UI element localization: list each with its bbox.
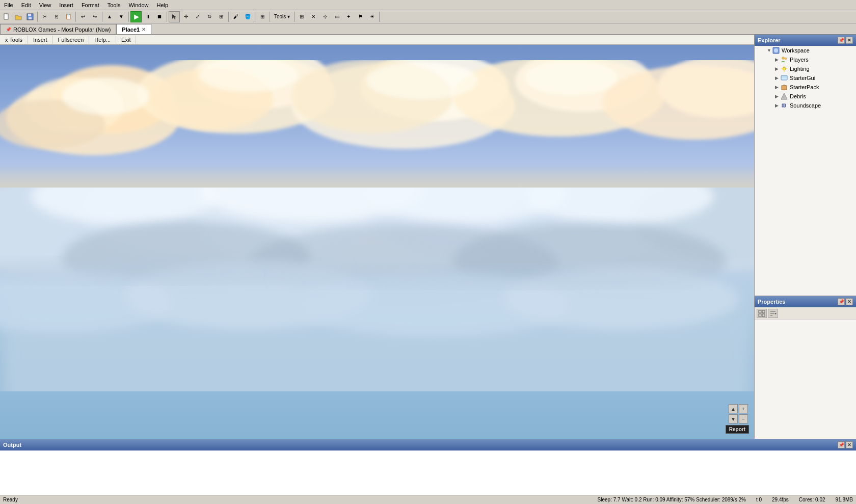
save-button[interactable] <box>24 11 36 22</box>
starterpack-label: StarterPack <box>790 84 819 90</box>
output-pin-btn[interactable]: 📌 <box>838 441 845 448</box>
sep2 <box>75 12 76 22</box>
status-fps: 29.4fps <box>772 497 789 502</box>
move-tool[interactable]: ✛ <box>180 11 192 22</box>
menu-insert[interactable]: Insert <box>55 1 77 9</box>
output-close-btn[interactable]: ✕ <box>846 441 853 448</box>
svg-rect-54 <box>782 86 787 90</box>
canvas-area[interactable]: Report ▲ + ▼ − <box>0 45 754 439</box>
tab-place1[interactable]: Place1 ✕ <box>116 24 151 34</box>
pause-button[interactable]: ⏸ <box>142 11 153 22</box>
status-cores: Cores: 0.02 <box>799 497 825 502</box>
status-stats: Sleep: 7.7 Wait: 0.2 Run: 0.09 Affinity:… <box>598 497 746 502</box>
box-button[interactable]: ▭ <box>331 11 342 22</box>
explorer-header-btns: 📌 ✕ <box>838 37 853 44</box>
soundscape-label: Soundscape <box>790 102 821 109</box>
scale-tool[interactable]: ⤢ <box>192 11 203 22</box>
explorer-close-btn[interactable]: ✕ <box>846 37 853 44</box>
snap-tool[interactable]: ⊞ <box>257 11 268 22</box>
explorer-panel: Explorer 📌 ✕ ▼ Workspace ▶ <box>755 35 856 296</box>
tools-dropdown[interactable]: Tools ▾ <box>272 11 292 22</box>
nav-up-button[interactable]: ▲ <box>729 404 738 413</box>
sep5 <box>167 12 167 22</box>
game-fullscreen-item[interactable]: Fullscreen <box>53 36 90 44</box>
tab-roblox-games[interactable]: 📌 ROBLOX Games - Most Popular (Now) <box>0 24 116 34</box>
nav-zoom-out-button[interactable]: − <box>739 414 748 423</box>
prop-sort-btn[interactable] <box>768 309 778 318</box>
open-button[interactable] <box>13 11 24 22</box>
menu-tools[interactable]: Tools <box>103 1 125 9</box>
players-icon <box>780 56 788 64</box>
new-button[interactable] <box>1 11 12 22</box>
undo-button[interactable]: ↩ <box>77 11 89 22</box>
explorer-item-players[interactable]: ▶ Players <box>755 55 856 64</box>
nav-down-button[interactable]: ▼ <box>729 414 738 423</box>
cut-button[interactable]: ✂ <box>39 11 50 22</box>
menu-view[interactable]: View <box>35 1 56 9</box>
game-help-item[interactable]: Help... <box>89 36 116 44</box>
transform-tool[interactable]: ⊞ <box>216 11 227 22</box>
game-exit-item[interactable]: Exit <box>116 36 136 44</box>
tab-roblox-games-label: ROBLOX Games - Most Popular (Now) <box>13 26 111 33</box>
lighting-icon <box>780 65 788 73</box>
players-label: Players <box>790 57 809 63</box>
menu-edit[interactable]: Edit <box>17 1 35 9</box>
play-button[interactable]: ▶ <box>130 11 142 22</box>
sep1 <box>37 12 38 22</box>
svg-rect-60 <box>759 314 761 316</box>
rotate-tool[interactable]: ↻ <box>204 11 215 22</box>
game-insert-item[interactable]: Insert <box>28 36 53 44</box>
nav-row-down: ▼ − <box>729 414 748 423</box>
soundscape-expand-icon: ▶ <box>775 103 779 108</box>
properties-toolbar <box>755 307 856 320</box>
explorer-item-lighting[interactable]: ▶ Lighting <box>755 64 856 73</box>
lighting-expand-icon: ▶ <box>775 66 779 71</box>
menu-window[interactable]: Window <box>124 1 152 9</box>
explorer-title: Explorer <box>758 37 781 43</box>
flag-button[interactable]: ⚑ <box>355 11 366 22</box>
axes-button[interactable]: ⊹ <box>319 11 331 22</box>
menu-format[interactable]: Format <box>77 1 103 9</box>
statusbar: Ready Sleep: 7.7 Wait: 0.2 Run: 0.09 Aff… <box>0 495 856 504</box>
tabbar: 📌 ROBLOX Games - Most Popular (Now) Plac… <box>0 23 856 35</box>
redo-button[interactable]: ↪ <box>89 11 100 22</box>
grid-button[interactable]: ⊞ <box>296 11 307 22</box>
sun-button[interactable]: ☀ <box>366 11 378 22</box>
properties-close-btn[interactable]: ✕ <box>846 298 853 305</box>
select-tool[interactable] <box>169 11 180 22</box>
menu-file[interactable]: File <box>0 1 17 9</box>
stop-button[interactable]: ⏹ <box>154 11 165 22</box>
explorer-item-debris[interactable]: ▶ ! Debris <box>755 92 856 101</box>
fill-tool[interactable]: 🪣 <box>242 11 253 22</box>
output-title: Output <box>3 442 21 448</box>
paste-button[interactable]: 📋 <box>63 11 74 22</box>
game-tools-item[interactable]: x Tools <box>0 36 28 44</box>
down-button[interactable]: ▼ <box>116 11 127 22</box>
copy-button[interactable]: ⎘ <box>51 11 62 22</box>
prop-grid-btn[interactable] <box>757 309 767 318</box>
starterpack-expand-icon: ▶ <box>775 85 779 90</box>
properties-panel: Properties 📌 ✕ <box>755 296 856 439</box>
explorer-item-startergui[interactable]: ▶ StarterGui <box>755 73 856 83</box>
explorer-item-workspace[interactable]: ▼ Workspace <box>755 46 856 55</box>
output-header-btns: 📌 ✕ <box>838 441 853 448</box>
report-button[interactable]: Report <box>726 425 749 434</box>
star-button[interactable]: ✦ <box>343 11 354 22</box>
crosshair-button[interactable]: ✕ <box>308 11 319 22</box>
startergui-expand-icon: ▶ <box>775 75 779 81</box>
properties-header: Properties 📌 ✕ <box>755 296 856 307</box>
paint-tool[interactable]: 🖌 <box>230 11 242 22</box>
svg-rect-59 <box>762 310 765 313</box>
sep7 <box>255 12 255 22</box>
svg-point-44 <box>774 48 778 52</box>
properties-pin-btn[interactable]: 📌 <box>838 298 845 305</box>
nav-zoom-in-button[interactable]: + <box>739 404 748 413</box>
output-panel: Output 📌 ✕ <box>0 439 856 495</box>
up-button[interactable]: ▲ <box>104 11 115 22</box>
explorer-item-starterpack[interactable]: ▶ StarterPack <box>755 83 856 92</box>
explorer-item-soundscape[interactable]: ▶ Soundscape <box>755 101 856 110</box>
menu-help[interactable]: Help <box>153 1 173 9</box>
tab-close-icon[interactable]: ✕ <box>142 27 146 32</box>
output-content[interactable] <box>0 450 856 495</box>
explorer-pin-btn[interactable]: 📌 <box>838 37 845 44</box>
